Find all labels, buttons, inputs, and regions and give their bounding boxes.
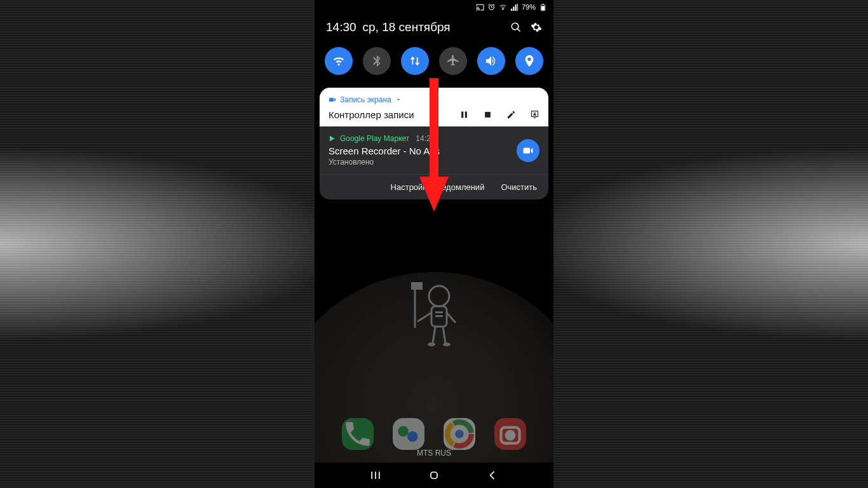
back-button[interactable]	[486, 469, 499, 482]
svg-rect-5	[435, 315, 443, 317]
home-button[interactable]	[428, 469, 440, 482]
svg-rect-13	[542, 4, 543, 4]
tile-mobile-data[interactable]	[401, 47, 429, 75]
svg-line-8	[433, 327, 435, 343]
svg-rect-34	[431, 472, 437, 478]
app-messages[interactable]	[393, 418, 424, 450]
phone-icon	[342, 418, 374, 450]
camera-icon	[329, 96, 336, 104]
tile-bluetooth[interactable]	[363, 47, 391, 75]
quick-settings-header: 14:30 ср, 18 сентября	[315, 14, 553, 41]
volume-icon	[484, 54, 498, 68]
facecam-icon[interactable]	[530, 110, 539, 119]
battery-icon	[539, 3, 547, 11]
svg-rect-4	[435, 311, 443, 313]
status-bar: 79%	[315, 0, 553, 14]
notification-footer: Настройки уведомлений Очистить	[320, 174, 548, 200]
svg-line-9	[443, 327, 445, 343]
tile-sound[interactable]	[477, 47, 505, 75]
gear-icon[interactable]	[531, 22, 542, 33]
notif2-time: 14:28	[416, 134, 435, 143]
wifi-icon	[332, 54, 346, 68]
videocam-icon	[522, 145, 534, 156]
clock-text: 14:30	[326, 20, 356, 34]
notif1-app-name: Запись экрана	[340, 95, 391, 104]
signal-icon	[510, 3, 519, 11]
svg-point-11	[443, 342, 451, 346]
bluetooth-icon	[370, 54, 384, 68]
carrier-label: MTS RUS	[315, 449, 553, 458]
notif2-app-icon[interactable]	[517, 139, 539, 162]
notif2-title: Screen Recorder - No Ads	[329, 146, 510, 156]
quick-settings-tiles	[315, 41, 553, 88]
play-store-icon	[329, 135, 336, 142]
svg-line-7	[447, 313, 456, 323]
edit-icon[interactable]	[506, 110, 516, 119]
svg-rect-15	[461, 112, 463, 118]
notification-panel: Запись экрана Контроллер записи Google P…	[320, 88, 548, 200]
app-chrome[interactable]	[444, 418, 475, 450]
notif1-title: Контроллер записи	[329, 109, 414, 120]
svg-rect-1	[411, 282, 423, 290]
tile-location[interactable]	[515, 47, 543, 75]
svg-point-19	[534, 112, 536, 114]
tile-airplane[interactable]	[439, 47, 467, 75]
cast-icon	[476, 3, 484, 11]
chevron-down-icon[interactable]	[395, 97, 402, 103]
svg-rect-14	[541, 6, 545, 10]
navigation-bar	[315, 463, 553, 488]
phone-frame: 79% 14:30 ср, 18 сентября Запись экрана …	[315, 0, 553, 488]
search-icon[interactable]	[510, 22, 522, 33]
notif2-app-row: Google Play Маркет 14:28	[329, 134, 510, 143]
astronaut-graphic	[409, 277, 459, 353]
notification-play-store[interactable]: Google Play Маркет 14:28 Screen Recorder…	[320, 126, 548, 174]
svg-rect-17	[485, 112, 491, 118]
airplane-icon	[446, 54, 460, 68]
svg-point-10	[428, 342, 435, 346]
date-text: ср, 18 сентября	[363, 20, 510, 34]
notif2-app-name: Google Play Маркет	[340, 134, 409, 143]
app-phone[interactable]	[342, 418, 374, 450]
messages-icon	[393, 418, 424, 450]
svg-line-6	[417, 313, 431, 322]
chrome-icon	[444, 418, 475, 450]
dock	[315, 418, 553, 450]
svg-point-22	[407, 431, 418, 442]
battery-text: 79%	[522, 3, 536, 11]
data-arrows-icon	[408, 54, 422, 68]
notif2-subtitle: Установлено	[329, 158, 510, 166]
recents-button[interactable]	[369, 469, 382, 482]
alarm-icon	[487, 3, 496, 11]
svg-rect-20	[534, 118, 536, 118]
pause-icon[interactable]	[459, 110, 469, 119]
tile-wifi[interactable]	[325, 47, 353, 75]
stop-icon[interactable]	[483, 110, 492, 119]
notification-settings-button[interactable]: Настройки уведомлений	[391, 182, 485, 192]
svg-rect-16	[465, 112, 467, 118]
notification-screen-record[interactable]: Запись экрана Контроллер записи	[320, 88, 548, 126]
svg-point-21	[398, 426, 409, 437]
app-camera[interactable]	[494, 418, 526, 450]
wifi-status-icon	[499, 3, 507, 11]
svg-point-29	[505, 430, 516, 441]
camera-app-icon	[494, 418, 526, 450]
notif1-app-row: Запись экрана	[329, 95, 539, 104]
clear-all-button[interactable]: Очистить	[501, 182, 537, 192]
location-icon	[522, 54, 536, 68]
svg-point-2	[429, 286, 449, 306]
